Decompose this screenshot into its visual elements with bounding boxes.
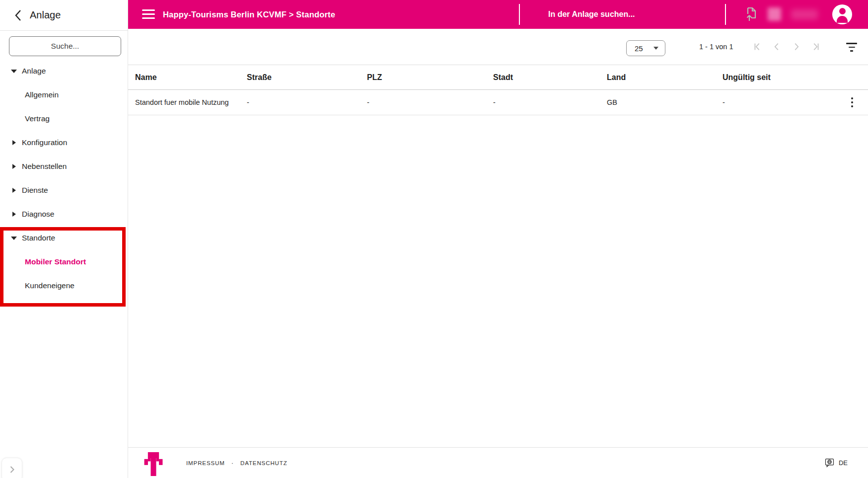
- pagination-range-label: 1 - 1 von 1: [699, 29, 733, 65]
- sidebar-item-label: Standorte: [22, 234, 55, 242]
- sidebar-item-dienste[interactable]: Dienste: [0, 178, 128, 202]
- chevron-left-icon: [771, 41, 782, 52]
- sidebar-item-standorte[interactable]: Standorte: [0, 226, 128, 250]
- next-page-button[interactable]: [791, 41, 802, 53]
- language-bubble-icon: [825, 458, 834, 468]
- chevron-right-icon: [791, 41, 802, 52]
- cell-ungültig-seit: -: [723, 95, 868, 110]
- cell-value: Standort fuer mobile Nutzung: [135, 98, 229, 106]
- table-body: Standort fuer mobile Nutzung---GB-: [128, 90, 868, 115]
- column-header-ungültig-seit[interactable]: Ungültig seit: [723, 73, 868, 82]
- redacted-username: [791, 9, 818, 19]
- app-header: Happy-Tourisms Berlin KCVMF > Standorte …: [128, 0, 868, 29]
- first-page-button[interactable]: [751, 41, 763, 53]
- table-header-row: NameStraßePLZStadtLandUngültig seit: [128, 65, 868, 90]
- cell-value: -: [367, 98, 369, 106]
- column-header-land[interactable]: Land: [607, 73, 723, 82]
- caret-right-icon[interactable]: [10, 164, 17, 169]
- sidebar-item-diagnose[interactable]: Diagnose: [0, 202, 128, 226]
- table-row[interactable]: Standort fuer mobile Nutzung---GB-: [128, 90, 868, 115]
- sidebar-item-label: Anlage: [22, 67, 46, 76]
- column-header-straße[interactable]: Straße: [247, 73, 367, 82]
- sidebar-title: Anlage: [30, 9, 61, 21]
- sidebar-item-allgemein[interactable]: Allgemein: [0, 83, 128, 107]
- caret-right-icon[interactable]: [10, 188, 17, 193]
- sidebar-collapse-button[interactable]: [1, 458, 22, 478]
- header-search-field[interactable]: In der Anlage suchen...: [548, 0, 635, 29]
- sidebar-item-mobiler-standort[interactable]: Mobiler Standort: [0, 250, 128, 274]
- page-size-value: 25: [635, 44, 653, 53]
- sidebar-item-label: Dienste: [22, 186, 48, 195]
- language-selector[interactable]: DE: [825, 458, 848, 468]
- cell-land: GB: [607, 98, 723, 106]
- sidebar-item-label: Mobiler Standort: [25, 257, 86, 266]
- previous-page-button[interactable]: [771, 41, 783, 53]
- telekom-t-logo: [144, 452, 163, 478]
- sidebar-item-kundeneigene[interactable]: Kundeneigene: [0, 274, 128, 298]
- cell-value: GB: [607, 98, 617, 106]
- cell-plz: -: [367, 98, 493, 106]
- footer-link-datenschutz[interactable]: DATENSCHUTZ: [240, 460, 288, 466]
- sidebar-item-label: Nebenstellen: [22, 162, 67, 171]
- cell-value: -: [247, 98, 249, 106]
- caret-down-icon: [653, 47, 658, 50]
- cell-stadt: -: [493, 98, 607, 106]
- hamburger-menu-icon[interactable]: [142, 9, 155, 19]
- locations-table: NameStraßePLZStadtLandUngültig seit Stan…: [128, 65, 868, 115]
- cell-straße: -: [247, 98, 367, 106]
- filter-list-icon[interactable]: [846, 43, 858, 52]
- chevron-left-icon: [15, 10, 21, 21]
- app-window: Anlage AnlageAllgemeinVertragKonfigurati…: [0, 0, 868, 478]
- caret-down-icon[interactable]: [10, 70, 17, 73]
- sidebar: Anlage AnlageAllgemeinVertragKonfigurati…: [0, 0, 128, 478]
- header-divider: [725, 4, 726, 25]
- sidebar-search: [0, 31, 128, 56]
- sidebar-back-button[interactable]: Anlage: [0, 0, 128, 31]
- footer: IMPRESSUM·DATENSCHUTZ DE: [128, 447, 868, 478]
- first-page-icon: [752, 41, 763, 52]
- caret-right-icon[interactable]: [10, 212, 17, 217]
- sidebar-nav: AnlageAllgemeinVertragKonfigurationNeben…: [0, 59, 128, 298]
- user-avatar-icon[interactable]: [832, 4, 852, 24]
- sidebar-item-label: Kundeneigene: [25, 281, 74, 290]
- sidebar-item-anlage[interactable]: Anlage: [0, 59, 128, 83]
- footer-link-separator: ·: [231, 459, 234, 467]
- header-divider: [519, 4, 520, 25]
- sidebar-item-nebenstellen[interactable]: Nebenstellen: [0, 155, 128, 178]
- language-label: DE: [839, 459, 848, 467]
- last-page-icon: [810, 41, 821, 52]
- sidebar-item-label: Diagnose: [22, 210, 55, 219]
- column-header-name[interactable]: Name: [135, 73, 247, 82]
- file-upload-icon[interactable]: [745, 7, 757, 23]
- footer-link-impressum[interactable]: IMPRESSUM: [186, 460, 225, 466]
- sidebar-item-label: Vertrag: [25, 114, 50, 123]
- caret-down-icon[interactable]: [10, 237, 17, 240]
- caret-right-icon[interactable]: [10, 140, 17, 145]
- footer-links: IMPRESSUM·DATENSCHUTZ: [186, 459, 288, 467]
- chevron-right-icon: [10, 466, 14, 473]
- cell-name: Standort fuer mobile Nutzung: [135, 98, 247, 106]
- last-page-button[interactable]: [810, 41, 822, 53]
- table-toolbar: 25 1 - 1 von 1: [128, 29, 868, 65]
- redacted-icon: [768, 7, 781, 21]
- breadcrumb: Happy-Tourisms Berlin KCVMF > Standorte: [163, 0, 335, 29]
- column-header-stadt[interactable]: Stadt: [493, 73, 607, 82]
- cell-value: -: [723, 98, 725, 106]
- sidebar-item-vertrag[interactable]: Vertrag: [0, 107, 128, 131]
- kebab-menu-icon[interactable]: [848, 95, 857, 110]
- sidebar-item-label: Konfiguration: [22, 138, 67, 147]
- main-area: Happy-Tourisms Berlin KCVMF > Standorte …: [128, 0, 868, 478]
- sidebar-item-label: Allgemein: [25, 90, 59, 99]
- sidebar-item-konfiguration[interactable]: Konfiguration: [0, 131, 128, 155]
- page-size-select[interactable]: 25: [626, 40, 665, 56]
- sidebar-search-input[interactable]: [9, 36, 121, 56]
- cell-value: -: [493, 98, 496, 106]
- column-header-plz[interactable]: PLZ: [367, 73, 493, 82]
